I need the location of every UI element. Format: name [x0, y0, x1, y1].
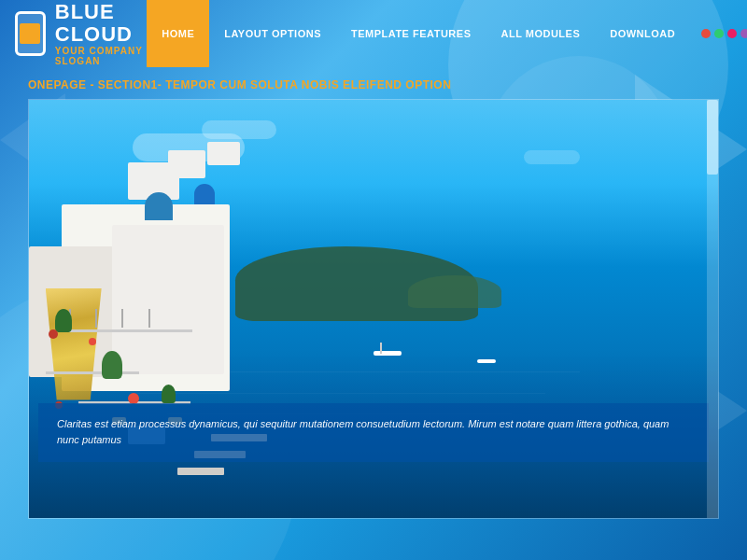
section-label: ONEPAGE - SECTION1- TEMPOR CUM SOLUTA NO… [28, 78, 719, 91]
plant-1 [55, 309, 72, 332]
logo-icon [15, 11, 46, 56]
logo-slogan: YOUR COMPANY SLOGAN [55, 46, 147, 66]
nav-item-modules[interactable]: ALL MODULES [486, 0, 595, 67]
nav-item-layout[interactable]: LAYOUT OPTIONS [209, 0, 336, 67]
slide-caption: Claritas est etiam processus dynamicus, … [38, 403, 709, 462]
island-small [408, 275, 501, 308]
post-3 [121, 309, 123, 328]
main-nav: HOME LAYOUT OPTIONS TEMPLATE FEATURES AL… [147, 0, 747, 67]
color-dot-purple[interactable] [740, 29, 747, 38]
color-dot-green[interactable] [714, 29, 724, 38]
logo-text: BLUE CLOUD YOUR COMPANY SLOGAN [55, 1, 147, 66]
plant-3 [162, 385, 176, 403]
main-content: ONEPAGE - SECTION1- TEMPOR CUM SOLUTA NO… [28, 67, 719, 519]
scrollbar-thumb[interactable] [707, 100, 718, 175]
color-dot-pink[interactable] [727, 29, 737, 38]
nav-item-template[interactable]: TEMPLATE FEATURES [336, 0, 486, 67]
header: BLUE CLOUD YOUR COMPANY SLOGAN HOME LAYO… [0, 0, 747, 67]
scrollbar-track[interactable] [707, 100, 718, 518]
nav-item-home[interactable]: HOME [147, 0, 209, 67]
logo-square [20, 23, 40, 44]
railing-2 [46, 371, 139, 374]
nav-item-download[interactable]: DOWNLOAD [595, 0, 690, 67]
image-slider[interactable]: Claritas est etiam processus dynamicus, … [28, 99, 719, 519]
stair-3 [177, 468, 224, 475]
flower-4 [128, 393, 139, 404]
post-4 [148, 309, 150, 328]
color-swatches [690, 21, 747, 46]
cloud-3 [524, 150, 580, 164]
post-2 [95, 309, 97, 328]
caption-text: Claritas est etiam processus dynamicus, … [57, 416, 690, 449]
plant-2 [102, 351, 122, 379]
color-dot-red[interactable] [701, 29, 711, 38]
logo-area: BLUE CLOUD YOUR COMPANY SLOGAN [15, 1, 147, 66]
slide-image: Claritas est etiam processus dynamicus, … [29, 100, 718, 518]
logo-title: BLUE CLOUD [55, 1, 147, 46]
boat-mast-1 [380, 343, 382, 354]
railing-1 [62, 329, 192, 332]
boat-2 [477, 359, 496, 363]
boat-1 [374, 351, 402, 356]
